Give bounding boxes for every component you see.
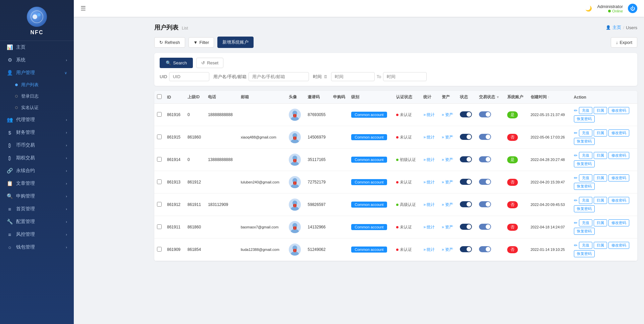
modify-pwd-btn-5[interactable]: 修改密码 <box>608 219 629 226</box>
assign-btn-1[interactable]: 归属 <box>594 129 607 137</box>
sidebar-item-system[interactable]: ⚙ 系统 › <box>0 54 74 66</box>
edit-icon-4[interactable]: ✏ <box>574 198 578 203</box>
sidebar-item-finance-mgmt[interactable]: $ 财务管理 › <box>0 126 74 139</box>
cell-state-1[interactable] <box>457 126 476 149</box>
edit-icon-3[interactable]: ✏ <box>574 175 578 180</box>
time-end-input[interactable] <box>383 72 427 81</box>
charge-btn-2[interactable]: 充值 <box>579 152 592 159</box>
edit-icon-2[interactable]: ✏ <box>574 153 578 158</box>
sidebar-item-audit-mgmt[interactable]: 🔍 申购管理 › <box>0 190 74 203</box>
filter-button[interactable]: ▼ Filter <box>189 37 214 48</box>
select-all-checkbox[interactable] <box>157 94 162 99</box>
cell-stats-1[interactable]: » 统计 <box>421 126 439 149</box>
edit-icon-0[interactable]: ✏ <box>574 108 578 113</box>
recover-pwd-btn-1[interactable]: 恢复密码 <box>574 138 595 145</box>
uid-input[interactable] <box>169 72 209 81</box>
state-toggle-4[interactable] <box>460 201 472 207</box>
sidebar-item-options-trade[interactable]: ₿ 期权交易 › <box>0 152 74 164</box>
modify-pwd-btn-1[interactable]: 修改密码 <box>608 129 629 137</box>
assign-btn-0[interactable]: 归属 <box>594 107 607 114</box>
cell-trade-state-2[interactable] <box>476 149 504 171</box>
sidebar-item-risk-mgmt[interactable]: ≡ 风控管理 › <box>0 228 74 241</box>
charge-btn-0[interactable]: 充值 <box>579 107 592 114</box>
state-toggle-1[interactable] <box>460 134 472 140</box>
row-checkbox-4[interactable] <box>157 202 162 207</box>
assign-btn-6[interactable]: 归属 <box>594 242 607 249</box>
row-checkbox-3[interactable] <box>157 179 162 184</box>
cell-trade-state-3[interactable] <box>476 171 504 194</box>
cell-trade-state-6[interactable] <box>476 238 504 261</box>
cell-stats-4[interactable]: » 统计 <box>421 194 439 216</box>
assign-btn-4[interactable]: 归属 <box>594 197 607 204</box>
modify-pwd-btn-4[interactable]: 修改密码 <box>608 197 629 204</box>
power-button[interactable]: ⏻ <box>628 4 637 13</box>
charge-btn-3[interactable]: 充值 <box>579 174 592 181</box>
sidebar-item-real-auth[interactable]: 实名认证 <box>0 102 74 113</box>
trade-toggle-6[interactable] <box>479 246 491 252</box>
cell-assets-1[interactable]: » 资产 <box>439 126 458 149</box>
trade-toggle-3[interactable] <box>479 179 491 185</box>
cell-state-2[interactable] <box>457 149 476 171</box>
charge-btn-6[interactable]: 充值 <box>579 242 592 249</box>
cell-state-5[interactable] <box>457 216 476 238</box>
cell-assets-4[interactable]: » 资产 <box>439 194 458 216</box>
cell-assets-6[interactable]: » 资产 <box>439 238 458 261</box>
cell-state-4[interactable] <box>457 194 476 216</box>
cell-stats-0[interactable]: » 统计 <box>421 104 439 126</box>
trade-toggle-5[interactable] <box>479 224 491 230</box>
cell-state-6[interactable] <box>457 238 476 261</box>
sidebar-item-user-mgmt[interactable]: 👤 用户管理 ∨ <box>0 66 74 79</box>
sidebar-item-login-log[interactable]: 登录日志 <box>0 91 74 102</box>
recover-pwd-btn-0[interactable]: 恢复密码 <box>574 115 595 122</box>
state-toggle-5[interactable] <box>460 224 472 230</box>
modify-pwd-btn-3[interactable]: 修改密码 <box>608 174 629 181</box>
trade-toggle-4[interactable] <box>479 201 491 207</box>
modify-pwd-btn-2[interactable]: 修改密码 <box>608 152 629 159</box>
recover-pwd-btn-2[interactable]: 恢复密码 <box>574 160 595 167</box>
hamburger-icon[interactable]: ☰ <box>80 5 86 12</box>
cell-trade-state-4[interactable] <box>476 194 504 216</box>
time-start-input[interactable] <box>331 72 375 81</box>
cell-assets-0[interactable]: » 资产 <box>439 104 458 126</box>
refresh-button[interactable]: ↻ Refresh <box>154 37 185 48</box>
row-checkbox-1[interactable] <box>157 134 162 139</box>
breadcrumb-home[interactable]: 主页 <box>612 24 621 31</box>
recover-pwd-btn-3[interactable]: 恢复密码 <box>574 183 595 190</box>
cell-stats-6[interactable]: » 统计 <box>421 238 439 261</box>
sidebar-item-home[interactable]: 📊 主页 <box>0 41 74 54</box>
export-button[interactable]: ↓ Export <box>611 37 637 48</box>
add-account-button[interactable]: 新增系统账户 <box>217 37 254 48</box>
sidebar-item-wallet-mgmt[interactable]: ○ 钱包管理 › <box>0 241 74 254</box>
sidebar-item-home-mgmt[interactable]: ≡ 首页管理 › <box>0 203 74 215</box>
cell-stats-5[interactable]: » 统计 <box>421 216 439 238</box>
cell-assets-5[interactable]: » 资产 <box>439 216 458 238</box>
user-input[interactable] <box>249 72 309 81</box>
modify-pwd-btn-0[interactable]: 修改密码 <box>608 107 629 114</box>
sidebar-item-perpetual[interactable]: 🔗 永续合约 › <box>0 164 74 177</box>
moon-icon[interactable]: 🌙 <box>585 5 592 12</box>
row-checkbox-6[interactable] <box>157 247 162 252</box>
cell-state-3[interactable] <box>457 171 476 194</box>
row-checkbox-5[interactable] <box>157 224 162 229</box>
state-toggle-2[interactable] <box>460 156 472 162</box>
cell-trade-state-1[interactable] <box>476 126 504 149</box>
row-checkbox-2[interactable] <box>157 157 162 162</box>
assign-btn-5[interactable]: 归属 <box>594 219 607 226</box>
charge-btn-1[interactable]: 充值 <box>579 129 592 137</box>
cell-state-0[interactable] <box>457 104 476 126</box>
edit-icon-1[interactable]: ✏ <box>574 130 578 136</box>
sidebar-item-config-mgmt[interactable]: 🔧 配置管理 › <box>0 215 74 228</box>
edit-icon-6[interactable]: ✏ <box>574 243 578 248</box>
cell-assets-3[interactable]: » 资产 <box>439 171 458 194</box>
search-button[interactable]: 🔍 Search <box>160 58 193 68</box>
trade-toggle-0[interactable] <box>479 111 491 117</box>
edit-icon-5[interactable]: ✏ <box>574 220 578 225</box>
cell-assets-2[interactable]: » 资产 <box>439 149 458 171</box>
sidebar-item-agent-mgmt[interactable]: 👥 代理管理 › <box>0 113 74 126</box>
assign-btn-3[interactable]: 归属 <box>594 174 607 181</box>
state-toggle-3[interactable] <box>460 179 472 185</box>
cell-stats-3[interactable]: » 统计 <box>421 171 439 194</box>
recover-pwd-btn-6[interactable]: 恢复密码 <box>574 250 595 257</box>
state-toggle-6[interactable] <box>460 246 472 252</box>
reset-button[interactable]: ↺ Reset <box>196 58 223 68</box>
